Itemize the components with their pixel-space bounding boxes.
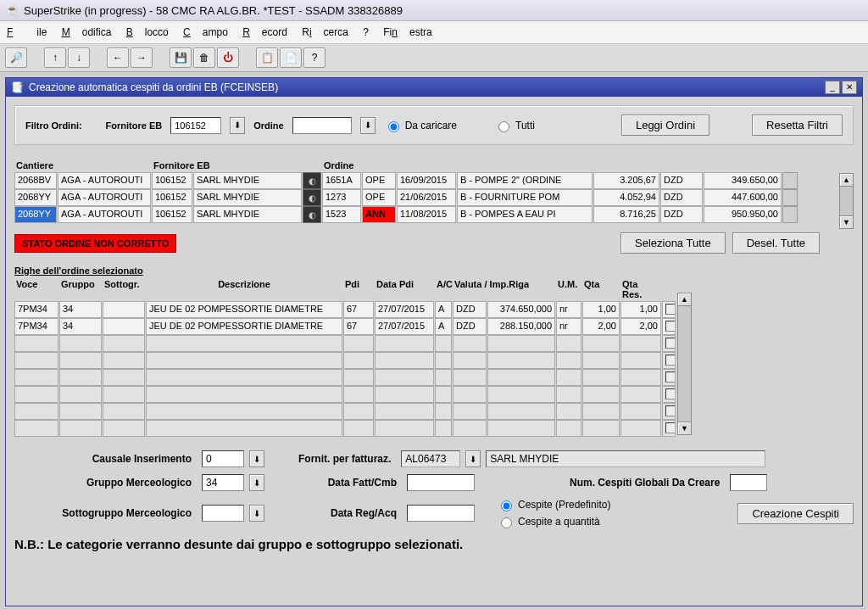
row-checkbox[interactable] [665, 422, 676, 433]
table-row[interactable]: 7PM3434JEU DE 02 POMPESSORTIE DIAMETRE67… [14, 318, 676, 335]
orders-grid: Cantiere Fornitore EB Ordine [14, 160, 837, 172]
col-ordine: Ordine [322, 160, 361, 172]
resetta-filtri-button[interactable]: Resetta Filtri [752, 115, 843, 136]
col-gruppo: Gruppo [59, 279, 102, 301]
menu-help[interactable]: ? [363, 26, 369, 38]
righe-title: Righe dell'ordine selezionato [14, 265, 854, 276]
arrow-left-icon[interactable]: ← [107, 47, 129, 68]
arrow-down-icon[interactable]: ↓ [68, 47, 90, 68]
scroll-up-icon[interactable]: ▲ [839, 173, 854, 187]
table-row [14, 352, 676, 369]
row-action-icon[interactable]: ◐ [303, 206, 321, 223]
radio-da-caricare[interactable]: Da caricare [384, 119, 457, 132]
fornit-name: SARL MHYDIE [486, 450, 765, 467]
minimize-icon[interactable]: _ [825, 81, 840, 94]
delete-icon[interactable]: 🗑 [193, 47, 215, 68]
table-row[interactable]: 7PM3434JEU DE 02 POMPESSORTIE DIAMETRE67… [14, 301, 676, 318]
java-icon: ☕ [5, 3, 19, 17]
gruppo-merc-input[interactable] [202, 474, 244, 491]
row-checkbox[interactable] [665, 304, 676, 315]
scroll-up-icon[interactable]: ▲ [677, 293, 692, 306]
scroll-down-icon[interactable]: ▼ [839, 215, 854, 229]
menu-ricerca[interactable]: Ricerca [302, 26, 348, 38]
arrow-right-icon[interactable]: → [131, 47, 153, 68]
ordine-input[interactable] [292, 117, 352, 134]
col-pdi: Pdi [343, 279, 374, 301]
righe-scrollbar[interactable]: ▲ ▼ [677, 293, 692, 435]
col-valuta: Valuta / Imp.Riga [453, 279, 555, 301]
arrow-up-icon[interactable]: ↑ [44, 47, 66, 68]
scroll-down-icon[interactable]: ▼ [677, 422, 692, 435]
app-titlebar: ☕ SuperStrike (in progress) - 58 CMC RA … [0, 0, 868, 21]
row-checkbox[interactable] [665, 355, 676, 366]
nb-note: N.B.: Le categorie verranno desunte dai … [14, 537, 854, 551]
seleziona-tutte-button[interactable]: Seleziona Tutte [620, 232, 726, 254]
row-checkbox[interactable] [665, 372, 676, 383]
menu-finestra[interactable]: Finestra [383, 26, 431, 38]
filter-panel: Filtro Ordini: Fornitore EB ⬇ Ordine ⬇ D… [14, 105, 854, 145]
creazione-cespiti-button[interactable]: Creazione Cespiti [737, 503, 854, 524]
causale-input[interactable] [202, 450, 244, 467]
causale-lov-button[interactable]: ⬇ [249, 450, 264, 467]
query-icon[interactable]: 🔎 [5, 47, 27, 68]
sottogruppo-merc-lov-button[interactable]: ⬇ [249, 505, 264, 522]
fornit-fatt-label: Fornit. per fatturaz. [298, 453, 396, 465]
inner-title: Creazione automatica cespiti da ordini E… [29, 81, 278, 93]
inner-titlebar: 📑 Creazione automatica cespiti da ordini… [6, 78, 862, 97]
table-row [14, 335, 676, 352]
status-error: STATO ORDINE NON CORRETTO [14, 234, 176, 253]
menu-record[interactable]: Record [242, 26, 287, 38]
fornit-code: AL06473 [401, 450, 460, 467]
table-row[interactable]: 2068YYAGA - AUTOROUTI106152SARL MHYDIE◐1… [14, 206, 837, 223]
ordine-lov-button[interactable]: ⬇ [360, 117, 376, 134]
row-checkbox[interactable] [665, 405, 676, 416]
save-icon[interactable]: 💾 [170, 47, 192, 68]
col-um: U.M. [556, 279, 581, 301]
col-ac: A/C [435, 279, 452, 301]
radio-tutti[interactable]: Tutti [494, 119, 535, 132]
mdi-workarea: 📑 Creazione automatica cespiti da ordini… [0, 72, 868, 609]
copy-icon[interactable]: 📋 [256, 47, 278, 68]
radio-cespite-predef[interactable]: Cespite (Predefinito) [497, 498, 610, 511]
row-checkbox[interactable] [665, 338, 676, 349]
menu-campo[interactable]: Campo [183, 26, 228, 38]
menu-modifica[interactable]: Modifica [62, 26, 112, 38]
table-row [14, 369, 676, 386]
righe-grid-header: Voce Gruppo Sottogr. Descrizione Pdi Dat… [14, 279, 676, 301]
exit-icon[interactable]: ⏻ [217, 47, 239, 68]
row-action-icon[interactable]: ◐ [303, 172, 321, 189]
table-row[interactable]: 2068BVAGA - AUTOROUTI106152SARL MHYDIE◐1… [14, 172, 837, 189]
col-qta: Qta [582, 279, 620, 301]
datareg-input[interactable] [407, 505, 475, 522]
paste-icon[interactable]: 📄 [280, 47, 302, 68]
col-sottogr: Sottogr. [103, 279, 145, 301]
fornitore-lov-button[interactable]: ⬇ [230, 117, 245, 134]
table-row[interactable]: 2068YYAGA - AUTOROUTI106152SARL MHYDIE◐1… [14, 189, 837, 206]
table-row [14, 420, 676, 437]
fornitore-input[interactable] [170, 117, 221, 134]
help-icon[interactable]: ? [303, 47, 326, 68]
close-icon[interactable]: ✕ [842, 81, 857, 94]
row-checkbox[interactable] [665, 321, 676, 332]
fornitore-label: Fornitore EB [106, 120, 163, 131]
ordine-label: Ordine [253, 120, 283, 131]
col-cantiere: Cantiere [14, 160, 151, 172]
desel-tutte-button[interactable]: Desel. Tutte [732, 232, 820, 254]
orders-scrollbar[interactable]: ▲ ▼ [839, 173, 854, 229]
menu-file[interactable]: File [7, 26, 47, 38]
gruppo-merc-label: Gruppo Merceologico [14, 477, 197, 489]
numcespiti-input[interactable] [730, 474, 767, 491]
filter-label: Filtro Ordini: [25, 120, 82, 131]
menu-blocco[interactable]: Blocco [126, 26, 169, 38]
toolbar: 🔎 ↑ ↓ ← → 💾 🗑 ⏻ 📋 📄 ? [0, 44, 868, 72]
fornit-lov-button[interactable]: ⬇ [465, 450, 481, 467]
gruppo-merc-lov-button[interactable]: ⬇ [249, 474, 264, 491]
form-icon: 📑 [11, 81, 24, 93]
leggi-ordini-button[interactable]: Leggi Ordini [621, 115, 709, 136]
radio-cespite-qta[interactable]: Cespite a quantità [497, 515, 610, 528]
inner-window: 📑 Creazione automatica cespiti da ordini… [5, 77, 863, 606]
sottogruppo-merc-input[interactable] [202, 505, 244, 522]
datafatt-input[interactable] [407, 474, 475, 491]
row-action-icon[interactable]: ◐ [303, 189, 321, 206]
row-checkbox[interactable] [665, 388, 676, 399]
